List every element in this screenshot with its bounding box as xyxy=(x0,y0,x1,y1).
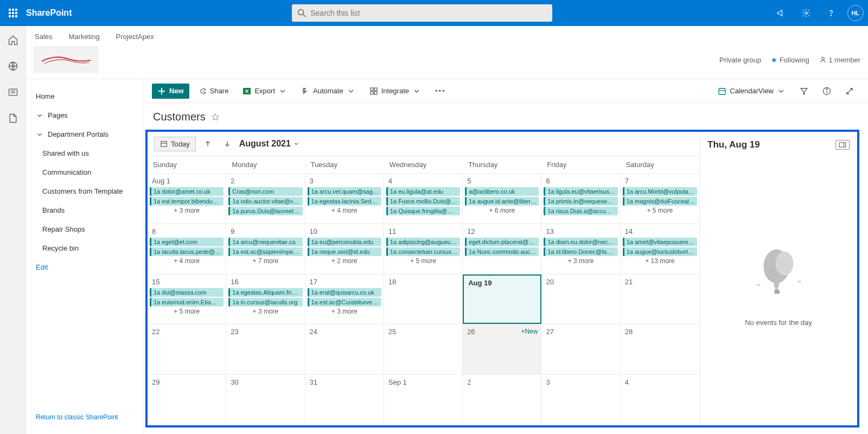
calendar-day[interactable]: 24 xyxy=(305,324,384,374)
nav-item[interactable]: Recycle bin xyxy=(26,239,143,258)
today-button[interactable]: Today xyxy=(154,137,196,151)
calendar-day[interactable]: 27 xyxy=(541,324,620,374)
nav-dept[interactable]: Department Portals xyxy=(26,125,143,144)
nav-item[interactable]: Customers from Template xyxy=(26,182,143,201)
calendar-event[interactable]: Cras@non.com xyxy=(228,187,302,196)
app-launcher-icon[interactable] xyxy=(4,4,22,22)
add-event-button[interactable]: +New xyxy=(521,328,538,335)
app-name[interactable]: SharePoint xyxy=(26,8,72,18)
calendar-day[interactable]: 171a erat@quisarcu.co.uk1a est.ac@Curabi… xyxy=(305,275,384,324)
calendar-event[interactable]: 1a purus.Duis@laoreetips… xyxy=(228,207,302,215)
help-icon[interactable] xyxy=(822,4,840,22)
calendar-day[interactable]: 2 xyxy=(463,375,541,425)
more-events-link[interactable]: + 5 more xyxy=(150,307,224,316)
more-events-link[interactable]: + 3 more xyxy=(150,206,224,215)
classic-link[interactable]: Return to classic SharePoint xyxy=(26,408,143,426)
calendar-day[interactable]: 3 xyxy=(541,375,620,425)
hub-link-marketing[interactable]: Marketing xyxy=(69,33,100,41)
calendar-day[interactable]: 81a eget@et.com1a iaculis.lacus.pede@ult… xyxy=(148,224,226,274)
calendar-day[interactable]: 26+New xyxy=(463,324,541,374)
calendar-day[interactable]: Sep 1 xyxy=(384,375,463,425)
filter-button[interactable] xyxy=(794,84,814,99)
search-box[interactable] xyxy=(292,4,552,22)
megaphone-icon[interactable] xyxy=(773,4,790,22)
calendar-day[interactable]: 4 xyxy=(621,375,699,425)
calendar-event[interactable]: 1a est.ac@Curabiturvel.co… xyxy=(308,298,381,307)
more-events-link[interactable]: + 13 more xyxy=(623,256,697,266)
nav-item[interactable]: Brands xyxy=(26,201,143,220)
calendar-day[interactable]: 12eget.dictum.placerat@ma…1a Nunc.commod… xyxy=(463,224,541,274)
calendar-day[interactable]: 28 xyxy=(621,324,699,374)
calendar-day[interactable]: 91a arcu@nequevitae.ca1a est.ac@sapienim… xyxy=(226,224,305,274)
news-rail-icon[interactable] xyxy=(3,82,23,102)
calendar-event[interactable]: 1a Quisque.fringilla@Mor… xyxy=(386,207,460,215)
calendar-day[interactable]: 31 xyxy=(305,375,384,425)
more-events-link[interactable]: + 4 more xyxy=(308,206,381,215)
calendar-event[interactable]: 1a erat@quisarcu.co.uk xyxy=(308,288,381,297)
calendar-event[interactable]: 1a euismod.enim.Etiam@… xyxy=(150,298,224,307)
view-selector[interactable]: CalendarView xyxy=(712,84,791,99)
more-events-link[interactable]: + 3 more xyxy=(228,307,302,316)
calendar-event[interactable]: 1a id.libero.Donec@fauci… xyxy=(544,247,617,256)
more-button[interactable]: ••• xyxy=(430,84,451,98)
calendar-event[interactable]: 1a arcu.Morbi@vulputate… xyxy=(623,187,697,196)
calendar-event[interactable]: 1a eu.ligula@at.edu xyxy=(386,187,460,196)
calendar-event[interactable]: 1a consectetuer.cursus.et… xyxy=(386,247,460,256)
expand-button[interactable] xyxy=(840,84,859,99)
calendar-event[interactable]: 1a amet@vitaeposuereat… xyxy=(623,238,697,246)
more-events-link[interactable]: + 3 more xyxy=(544,256,617,266)
globe-rail-icon[interactable] xyxy=(3,56,23,76)
calendar-event[interactable]: 1a egestas.lacinia.Sed@ve… xyxy=(308,197,381,206)
panel-collapse-button[interactable] xyxy=(835,140,850,150)
calendar-day[interactable]: 41a eu.ligula@at.edu1a Fusce.mollis.Duis… xyxy=(384,174,463,224)
calendar-event[interactable]: 1a risus.Duis.a@accumsa… xyxy=(544,207,617,215)
nav-home[interactable]: Home xyxy=(26,87,143,106)
prev-month-button[interactable] xyxy=(200,136,215,151)
info-button[interactable] xyxy=(817,84,837,99)
more-events-link[interactable]: + 5 more xyxy=(623,206,697,215)
follow-toggle[interactable]: ★ Following xyxy=(771,56,809,64)
search-input[interactable] xyxy=(310,9,547,17)
calendar-event[interactable]: 1a augue.id.ante@libero… xyxy=(465,197,539,206)
calendar-event[interactable]: 1a diam.eu.dolor@necme… xyxy=(544,238,617,246)
new-button[interactable]: New xyxy=(152,84,189,99)
calendar-event[interactable]: 1a eget@et.com xyxy=(150,238,224,246)
calendar-day[interactable]: 111a adipiscing@augueut.ca1a consectetue… xyxy=(384,224,463,274)
calendar-event[interactable]: 1a ligula.eu@vitaerisus.ca xyxy=(544,187,617,196)
calendar-event[interactable]: 1a Fusce.mollis.Duis@orci… xyxy=(386,197,460,206)
calendar-event[interactable]: a@aclibero.co.uk xyxy=(465,187,539,196)
gear-icon[interactable] xyxy=(797,4,815,22)
next-month-button[interactable] xyxy=(220,136,235,151)
nav-item[interactable]: Repair Shops xyxy=(26,220,143,239)
calendar-event[interactable]: 1a arcu@nequevitae.ca xyxy=(228,238,302,246)
calendar-event[interactable]: 1a primis.in@nequesed.org xyxy=(544,197,617,206)
calendar-day[interactable]: Aug 19 xyxy=(463,275,541,324)
nav-edit[interactable]: Edit xyxy=(26,258,143,277)
nav-pages[interactable]: Pages xyxy=(26,106,143,125)
calendar-event[interactable]: 1a arcu.vel.quam@sagitti… xyxy=(308,187,381,196)
integrate-button[interactable]: Integrate xyxy=(364,84,426,99)
calendar-event[interactable]: 1a adipiscing@augueut.ca xyxy=(386,238,460,246)
home-rail-icon[interactable] xyxy=(3,30,23,50)
calendar-day[interactable]: 141a amet@vitaeposuereat…1a augue@luctus… xyxy=(621,224,699,274)
more-events-link[interactable]: + 3 more xyxy=(308,307,381,316)
calendar-day[interactable]: 30 xyxy=(226,375,305,425)
hub-link-projectapex[interactable]: ProjectApex xyxy=(116,33,154,41)
calendar-event[interactable]: 1a augue@luctuslobortis… xyxy=(623,247,697,256)
calendar-event[interactable]: 1a in.cursus@iaculis.org xyxy=(228,298,302,307)
calendar-event[interactable]: 1a est.ac@sapienimperi… xyxy=(228,247,302,256)
more-events-link[interactable]: + 5 more xyxy=(386,256,460,266)
files-rail-icon[interactable] xyxy=(3,108,23,128)
calendar-event[interactable]: 1a dolor@amet.co.uk xyxy=(150,187,224,196)
more-events-link[interactable]: + 4 more xyxy=(150,256,224,266)
calendar-event[interactable]: 1a iaculis.lacus.pede@ultr… xyxy=(150,247,224,256)
favorite-icon[interactable] xyxy=(211,113,220,122)
nav-item[interactable]: Shared with us xyxy=(26,144,143,163)
calendar-day[interactable]: 25 xyxy=(384,324,463,374)
automate-button[interactable]: Automate xyxy=(296,84,361,99)
calendar-day[interactable]: Aug 11a dolor@amet.co.uk1a est.tempor.bi… xyxy=(148,174,226,224)
calendar-event[interactable]: 1a egestas.Aliquam.fringil… xyxy=(228,288,302,297)
calendar-day[interactable]: 22 xyxy=(148,324,226,374)
calendar-day[interactable]: 151a dui@massa.com1a euismod.enim.Etiam@… xyxy=(148,275,226,324)
calendar-day[interactable]: 71a arcu.Morbi@vulputate…1a magnis@duiFu… xyxy=(621,174,699,224)
